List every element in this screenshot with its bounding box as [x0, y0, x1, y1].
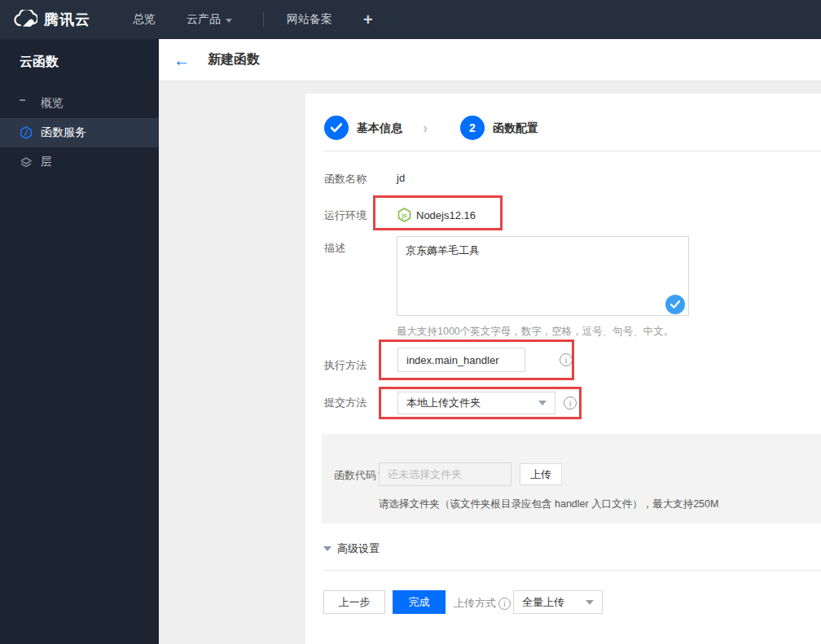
nodejs-hexagon-icon: js [397, 208, 411, 225]
previous-step-button[interactable]: 上一步 [323, 590, 385, 614]
upload-mode-info-icon[interactable]: i [498, 598, 511, 610]
chevron-down-icon [226, 19, 232, 23]
step-2-label: 函数配置 [493, 121, 538, 136]
runtime-value: Nodejs12.16 [416, 209, 476, 221]
check-icon [331, 123, 342, 133]
description-label: 描述 [324, 241, 345, 256]
nav-item-overview[interactable]: 总览 [133, 12, 156, 27]
sidebar-item-label: 概览 [41, 96, 64, 111]
function-code-label: 函数代码* [334, 468, 382, 483]
add-nav-button[interactable]: + [363, 11, 373, 29]
finish-button[interactable]: 完成 [393, 590, 446, 614]
sidebar-menu: 概览 函数服务 层 [0, 89, 159, 177]
chevron-down-icon [586, 600, 594, 605]
submit-method-info-icon[interactable]: i [564, 396, 577, 410]
step-separator-icon: › [423, 120, 428, 137]
page-header: ← 新建函数 [159, 39, 821, 81]
folder-path-input[interactable] [379, 462, 511, 486]
submit-method-select[interactable]: 本地上传文件夹 [397, 392, 555, 414]
top-navigation: 总览 云产品 网站备案 + [133, 11, 373, 29]
submit-method-value: 本地上传文件夹 [398, 396, 538, 410]
upload-button[interactable]: 上传 [520, 463, 562, 485]
brand-name: 腾讯云 [44, 10, 90, 29]
step-2-circle: 2 [460, 116, 485, 140]
description-textarea[interactable]: 京东薅羊毛工具 [397, 236, 689, 316]
sidebar-item-layers[interactable]: 层 [0, 147, 159, 177]
function-name-label: 函数名称 [324, 172, 367, 186]
sidebar-item-label: 层 [41, 155, 52, 169]
sidebar-item-overview[interactable]: 概览 [0, 89, 159, 118]
upload-mode-select[interactable]: 全量上传 [513, 590, 603, 614]
upload-mode-value: 全量上传 [514, 595, 586, 610]
grid-icon [20, 97, 33, 110]
submit-method-label: 提交方法 [324, 396, 367, 410]
description-valid-check-icon [665, 295, 685, 314]
sidebar: 云函数 概览 函数服务 [0, 39, 159, 644]
nav-item-icp[interactable]: 网站备案 [287, 12, 332, 27]
hexagon-slash-icon [20, 126, 33, 139]
sidebar-item-label: 函数服务 [41, 125, 86, 140]
handler-info-icon[interactable]: i [560, 353, 573, 366]
advanced-settings-toggle[interactable]: 高级设置 [323, 541, 380, 556]
function-code-hint: 请选择文件夹（该文件夹根目录应包含 handler 入口文件），最大支持250M [379, 497, 718, 511]
function-name-value: jd [397, 172, 405, 184]
page: 腾讯云 总览 云产品 网站备案 + 云函数 概览 [0, 0, 821, 644]
triangle-down-icon [323, 546, 331, 551]
description-hint: 最大支持1000个英文字母，数字，空格，逗号、句号、中文。 [397, 325, 674, 339]
step-1-label: 基本信息 [357, 121, 402, 136]
page-title: 新建函数 [208, 51, 260, 68]
step-1-circle [324, 116, 349, 140]
nav-divider [263, 12, 264, 27]
cloud-icon [13, 10, 37, 30]
back-button[interactable]: ← [173, 52, 190, 68]
create-function-card: 基本信息 › 2 函数配置 函数名称 jd 运行环境 js Nodejs12.1… [305, 94, 821, 644]
handler-label: 执行方法 [324, 358, 367, 373]
tencent-cloud-logo[interactable]: 腾讯云 [13, 10, 90, 30]
nav-item-products[interactable]: 云产品 [187, 12, 232, 27]
advanced-settings-label: 高级设置 [337, 541, 380, 556]
divider [323, 151, 821, 151]
function-code-panel: 函数代码* 上传 请选择文件夹（该文件夹根目录应包含 handler 入口文件）… [322, 434, 821, 524]
upload-mode-label: 上传方式 i [454, 596, 511, 611]
handler-input[interactable] [397, 348, 525, 372]
sidebar-title: 云函数 [0, 39, 159, 71]
layers-icon [20, 156, 33, 169]
svg-text:js: js [402, 212, 407, 219]
topbar: 腾讯云 总览 云产品 网站备案 + [0, 0, 821, 39]
sidebar-item-function-service[interactable]: 函数服务 [0, 118, 159, 147]
divider [323, 570, 821, 571]
runtime-label: 运行环境 [324, 208, 367, 223]
chevron-down-icon [538, 401, 547, 405]
